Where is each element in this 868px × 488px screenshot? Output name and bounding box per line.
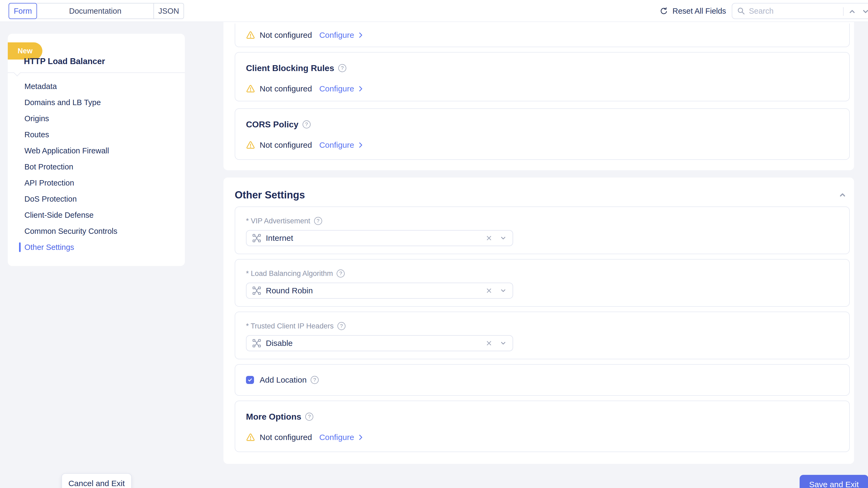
search-next-chevron-down-icon[interactable] <box>862 7 868 15</box>
select-value: Disable <box>266 339 292 348</box>
search-prev-chevron-up-icon[interactable] <box>848 7 856 15</box>
help-icon[interactable] <box>337 322 345 330</box>
search-divider <box>843 7 844 16</box>
status-text: Not configured <box>260 140 312 150</box>
tab-json[interactable]: JSON <box>153 3 184 19</box>
cancel-and-exit-button[interactable]: Cancel and Exit <box>61 473 132 488</box>
status-text: Not configured <box>260 84 312 93</box>
chevron-down-icon[interactable] <box>500 235 507 241</box>
sidebar-item-routes[interactable]: Routes <box>8 127 185 143</box>
view-tabs: Form Documentation JSON <box>8 3 184 19</box>
configure-link[interactable]: Configure <box>319 433 364 442</box>
top-toolbar: Form Documentation JSON Reset All Fields <box>0 0 868 22</box>
sidebar-item-origins[interactable]: Origins <box>8 110 185 127</box>
select-value: Round Robin <box>266 286 313 295</box>
other-settings-panel: Other Settings * VIP Advertisement Inter… <box>223 177 854 464</box>
sidebar-item-api-protection[interactable]: API Protection <box>8 175 185 191</box>
add-location-checkbox[interactable] <box>246 376 254 384</box>
status-text: Not configured <box>260 433 312 442</box>
load-balancing-algorithm-field-card: * Load Balancing Algorithm Round Robin <box>235 259 850 307</box>
field-label: * VIP Advertisement <box>246 217 310 225</box>
section-title: Other Settings <box>235 188 850 202</box>
tab-documentation[interactable]: Documentation <box>37 3 153 19</box>
sidebar-section-list: Metadata Domains and LB Type Origins Rou… <box>8 78 185 255</box>
client-blocking-rules-card: Client Blocking Rules Not configured Con… <box>235 52 850 101</box>
configure-link[interactable]: Configure <box>319 140 364 150</box>
trusted-client-ip-headers-select[interactable]: Disable <box>246 335 513 351</box>
clear-x-icon[interactable] <box>485 287 493 294</box>
help-icon[interactable] <box>305 413 313 421</box>
chevron-right-icon <box>357 85 364 92</box>
sidebar-item-dos-protection[interactable]: DoS Protection <box>8 191 185 207</box>
status-text: Not configured <box>260 31 312 40</box>
status-row: Not configured Configure <box>246 31 364 40</box>
reset-all-fields-button[interactable]: Reset All Fields <box>659 0 726 22</box>
partial-config-card: Not configured Configure <box>235 24 850 47</box>
load-balancing-algorithm-select[interactable]: Round Robin <box>246 283 513 299</box>
clear-x-icon[interactable] <box>485 339 493 347</box>
system-value-icon <box>252 234 261 242</box>
form-title: HTTP Load Balancer <box>24 56 105 67</box>
sidebar-item-metadata[interactable]: Metadata <box>8 78 185 94</box>
card-title: CORS Policy <box>246 119 299 130</box>
status-row: Not configured Configure <box>246 84 838 93</box>
reset-icon <box>659 6 669 15</box>
chevron-down-icon[interactable] <box>500 340 507 347</box>
reset-all-fields-label: Reset All Fields <box>673 7 726 15</box>
more-options-card: More Options Not configured Configure <box>235 400 850 452</box>
warning-icon <box>246 84 255 93</box>
search-icon <box>737 7 745 15</box>
warning-icon <box>246 31 255 40</box>
help-icon[interactable] <box>337 269 345 278</box>
chevron-right-icon <box>357 434 364 441</box>
sidebar-item-bot-protection[interactable]: Bot Protection <box>8 159 185 175</box>
card-title: More Options <box>246 411 301 423</box>
select-value: Internet <box>266 233 293 243</box>
chevron-right-icon <box>357 32 364 39</box>
save-and-exit-button[interactable]: Save and Exit <box>800 475 868 488</box>
check-icon <box>247 377 253 383</box>
add-location-card: Add Location <box>235 364 850 396</box>
cors-policy-card: CORS Policy Not configured Configure <box>235 108 850 160</box>
system-value-icon <box>252 339 261 348</box>
help-icon[interactable] <box>338 64 346 72</box>
section-collapse-chevron-up-icon[interactable] <box>838 191 846 199</box>
vip-advertisement-select[interactable]: Internet <box>246 230 513 246</box>
vip-advertisement-field-card: * VIP Advertisement Internet <box>235 206 850 254</box>
configure-link[interactable]: Configure <box>319 31 364 40</box>
sidebar-item-other-settings[interactable]: Other Settings <box>8 239 185 255</box>
status-row: Not configured Configure <box>246 140 838 150</box>
search-box <box>732 3 868 19</box>
system-value-icon <box>252 286 261 295</box>
sidebar-item-waf[interactable]: Web Application Firewall <box>8 143 185 159</box>
search-input[interactable] <box>749 7 837 15</box>
help-icon[interactable] <box>314 217 322 225</box>
field-label: * Trusted Client IP Headers <box>246 322 334 330</box>
sidebar-item-common-security-controls[interactable]: Common Security Controls <box>8 223 185 239</box>
clear-x-icon[interactable] <box>485 234 493 242</box>
warning-icon <box>246 433 255 442</box>
field-label: * Load Balancing Algorithm <box>246 269 333 278</box>
chevron-right-icon <box>357 141 364 149</box>
card-title: Client Blocking Rules <box>246 62 334 74</box>
sidebar-collapse-notch[interactable] <box>14 69 20 76</box>
configure-link[interactable]: Configure <box>319 84 364 93</box>
security-cards-panel: Not configured Configure Client Blocking… <box>223 22 854 170</box>
add-location-label: Add Location <box>260 376 307 385</box>
help-icon[interactable] <box>303 120 311 128</box>
help-icon[interactable] <box>311 376 319 384</box>
warning-icon <box>246 140 255 150</box>
trusted-client-ip-headers-field-card: * Trusted Client IP Headers Disable <box>235 312 850 359</box>
status-row: Not configured Configure <box>246 433 838 442</box>
sidebar-divider <box>8 72 185 73</box>
chevron-down-icon[interactable] <box>500 287 507 294</box>
form-nav-sidebar: New HTTP Load Balancer Metadata Domains … <box>8 34 185 266</box>
sidebar-item-client-side-defense[interactable]: Client-Side Defense <box>8 207 185 223</box>
tab-form[interactable]: Form <box>8 3 37 19</box>
sidebar-item-domains-lb-type[interactable]: Domains and LB Type <box>8 94 185 110</box>
